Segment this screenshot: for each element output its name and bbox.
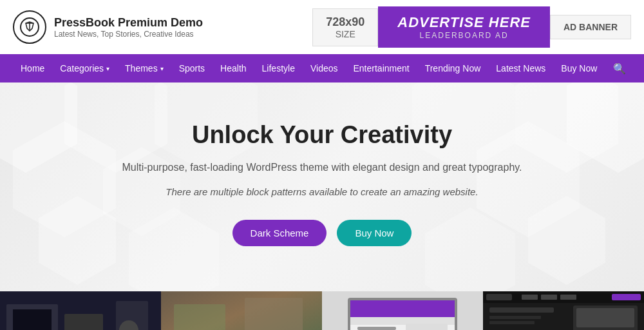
chevron-down-icon: ▾ <box>106 65 109 72</box>
hero-title: Unlock Your Creativity <box>13 121 631 149</box>
svg-rect-13 <box>245 298 303 330</box>
nav-item-entertainment[interactable]: Entertainment <box>346 54 417 82</box>
site-tagline: Latest News, Top Stories, Creative Ideas <box>54 30 203 39</box>
nav-link-sports[interactable]: Sports <box>171 54 213 82</box>
hero-subtitle: Multi-purpose, fast-loading WordPress th… <box>13 162 631 173</box>
logo-text: PressBook Premium Demo Latest News, Top … <box>54 16 203 39</box>
site-name: PressBook Premium Demo <box>54 16 203 30</box>
nav-link-buynow[interactable]: Buy Now <box>553 54 605 82</box>
ad-size-sub: SIZE <box>326 29 365 39</box>
nav-link-entertainment[interactable]: Entertainment <box>346 54 417 82</box>
chevron-down-icon: ▾ <box>160 65 164 72</box>
nav-link-latest[interactable]: Latest News <box>488 54 553 82</box>
buy-now-button[interactable]: Buy Now <box>337 220 412 246</box>
nav-item-themes[interactable]: Themes ▾ <box>117 54 171 82</box>
main-navbar: Home Categories ▾ Themes ▾ Sports Health… <box>0 54 644 82</box>
svg-rect-6 <box>64 314 103 330</box>
nav-link-themes[interactable]: Themes ▾ <box>117 54 171 82</box>
nav-item-latest[interactable]: Latest News <box>488 54 553 82</box>
hero-italic: There are multiple block patterns availa… <box>13 186 631 197</box>
svg-rect-26 <box>522 295 538 300</box>
preview-laptop <box>322 291 483 330</box>
nav-item-trending[interactable]: Trending Now <box>417 54 489 82</box>
nav-link-home[interactable]: Home <box>13 54 52 82</box>
ad-banner-label: AD BANNER <box>550 15 631 39</box>
svg-rect-12 <box>174 304 225 330</box>
svg-rect-31 <box>489 316 541 319</box>
logo-icon[interactable] <box>13 10 46 44</box>
ad-banner-main[interactable]: ADVERTISE HERE LEADERBOARD AD <box>378 6 550 48</box>
nav-item-buynow[interactable]: Buy Now <box>553 54 605 82</box>
site-header: PressBook Premium Demo Latest News, Top … <box>0 0 644 54</box>
nav-item-sports[interactable]: Sports <box>171 54 213 82</box>
logo-area: PressBook Premium Demo Latest News, Top … <box>13 10 203 44</box>
nav-item-health[interactable]: Health <box>213 54 254 82</box>
nav-link-videos[interactable]: Videos <box>303 54 346 82</box>
svg-rect-35 <box>576 308 634 327</box>
nav-items: Home Categories ▾ Themes ▾ Sports Health… <box>13 54 608 82</box>
svg-rect-19 <box>357 327 396 330</box>
preview-strip <box>0 291 644 330</box>
ad-area: 728x90 SIZE ADVERTISE HERE LEADERBOARD A… <box>312 6 631 48</box>
ad-title: ADVERTISE HERE <box>397 14 531 31</box>
preview-dark-site <box>483 291 644 330</box>
svg-rect-32 <box>489 321 535 324</box>
svg-rect-28 <box>560 295 576 300</box>
svg-rect-25 <box>486 294 512 300</box>
ad-sub: LEADERBOARD AD <box>397 31 531 40</box>
ad-size-box: 728x90 SIZE <box>312 8 378 46</box>
svg-rect-5 <box>13 309 52 330</box>
svg-rect-30 <box>489 307 554 313</box>
nav-search-icon[interactable]: 🔍 <box>608 63 631 75</box>
nav-item-categories[interactable]: Categories ▾ <box>52 54 117 82</box>
preview-kitchen <box>161 291 322 330</box>
hero-section: Unlock Your Creativity Multi-purpose, fa… <box>0 82 644 291</box>
nav-link-trending[interactable]: Trending Now <box>417 54 489 82</box>
preview-desk <box>0 291 161 330</box>
dark-scheme-button[interactable]: Dark Scheme <box>232 220 327 246</box>
svg-rect-27 <box>541 295 557 300</box>
nav-link-categories[interactable]: Categories ▾ <box>52 54 117 82</box>
nav-item-home[interactable]: Home <box>13 54 52 82</box>
ad-size-label: 728x90 <box>326 15 365 29</box>
nav-item-videos[interactable]: Videos <box>303 54 346 82</box>
svg-rect-22 <box>406 324 448 330</box>
svg-rect-29 <box>612 294 641 300</box>
hero-buttons: Dark Scheme Buy Now <box>13 220 631 246</box>
nav-link-health[interactable]: Health <box>213 54 254 82</box>
nav-link-lifestyle[interactable]: Lifestyle <box>254 54 303 82</box>
nav-item-lifestyle[interactable]: Lifestyle <box>254 54 303 82</box>
